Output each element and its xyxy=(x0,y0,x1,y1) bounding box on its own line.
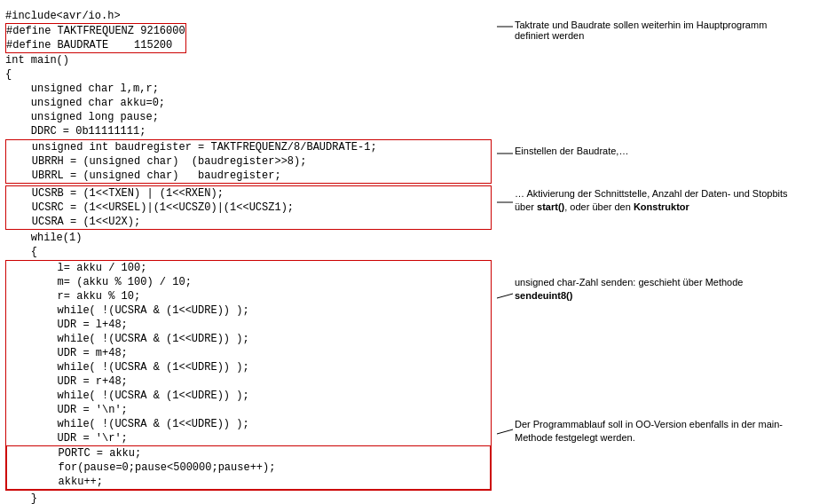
code-line-12: UBRRL = (unsigned char) baudregister; xyxy=(6,169,491,183)
annotation-1: Taktrate und Baudrate sollen weiterhin i… xyxy=(515,20,799,41)
code-line-21: while( !(UCSRA & (1<<UDRE)) ); xyxy=(6,303,491,318)
portc-block: PORTC = akku; for(pause=0;pause<500000;p… xyxy=(6,445,491,490)
code-line-24: UDR = m+48; xyxy=(6,346,491,360)
code-line-19: m= (akku % 100) / 10; xyxy=(6,275,491,289)
code-line-30: UDR = '\r'; xyxy=(6,431,491,445)
code-line-1: #include<avr/io.h> xyxy=(5,9,492,23)
code-line-15: UCSRA = (1<<U2X); xyxy=(6,215,491,229)
annotation-5: Der Programmablauf soll in OO-Version eb… xyxy=(515,418,816,445)
code-line-25: while( !(UCSRA & (1<<UDRE)) ); xyxy=(6,360,491,374)
svg-line-4 xyxy=(497,429,513,434)
code-line-22: UDR = l+48; xyxy=(6,318,491,332)
main-container: #include<avr/io.h> #define TAKTFREQUENZ … xyxy=(0,0,827,504)
annotation-5-text: Der Programmablauf soll in OO-Version eb… xyxy=(515,419,783,443)
while-block: l= akku / 100; m= (akku % 100) / 10; r= … xyxy=(5,260,492,491)
code-panel: #include<avr/io.h> #define TAKTFREQUENZ … xyxy=(0,5,497,504)
annotation-2-text: Einstellen der Baudrate,… xyxy=(515,146,628,156)
annotation-3: … Aktivierung der Schnittstelle, Anzahl … xyxy=(515,187,799,214)
code-line-32: for(pause=0;pause<500000;pause++); xyxy=(7,461,490,475)
code-line-8: unsigned long pause; xyxy=(5,110,492,124)
define-block: #define TAKTFREQUENZ 9216000 #define BAU… xyxy=(5,23,186,53)
code-line-3: #define BAUDRATE 115200 xyxy=(6,38,185,52)
code-line-18: l= akku / 100; xyxy=(6,261,491,275)
code-line-11: UBRRH = (unsigned char) (baudregister>>8… xyxy=(6,154,491,169)
ucs-block: UCSRB = (1<<TXEN) | (1<<RXEN); UCSRC = (… xyxy=(5,185,492,230)
annotations-panel: Taktrate und Baudrate sollen weiterhin i… xyxy=(497,5,827,504)
baud-block: unsigned int baudregister = TAKTFREQUENZ… xyxy=(5,139,492,184)
code-line-29: while( !(UCSRA & (1<<UDRE)) ); xyxy=(6,417,491,431)
code-line-2: #define TAKTFREQUENZ 9216000 xyxy=(6,24,185,38)
code-line-4: int main() xyxy=(5,53,492,67)
code-line-23: while( !(UCSRA & (1<<UDRE)) ); xyxy=(6,332,491,346)
code-line-6: unsigned char l,m,r; xyxy=(5,82,492,96)
annotation-4-text: unsigned char-Zahl senden: geschieht übe… xyxy=(515,277,743,301)
annotation-1-text: Taktrate und Baudrate sollen weiterhin i… xyxy=(515,20,767,41)
code-line-26: UDR = r+48; xyxy=(6,374,491,389)
annotation-4: unsigned char-Zahl senden: geschieht übe… xyxy=(515,276,799,303)
code-line-33: akku++; xyxy=(7,475,490,489)
code-line-27: while( !(UCSRA & (1<<UDRE)) ); xyxy=(6,389,491,403)
code-line-16: while(1) xyxy=(5,231,492,245)
code-line-10: unsigned int baudregister = TAKTFREQUENZ… xyxy=(6,140,491,154)
annotation-3-text: … Aktivierung der Schnittstelle, Anzahl … xyxy=(515,188,788,212)
annotation-2: Einstellen der Baudrate,… xyxy=(515,146,628,156)
code-line-20: r= akku % 10; xyxy=(6,289,491,303)
code-line-34: } xyxy=(5,492,492,504)
code-line-28: UDR = '\n'; xyxy=(6,403,491,417)
code-line-7: unsigned char akku=0; xyxy=(5,96,492,110)
code-line-9: DDRC = 0b11111111; xyxy=(5,124,492,138)
code-line-31: PORTC = akku; xyxy=(7,446,490,461)
code-line-13: UCSRB = (1<<TXEN) | (1<<RXEN); xyxy=(6,186,491,201)
code-line-5: { xyxy=(5,67,492,82)
svg-line-3 xyxy=(497,294,513,298)
code-line-17: { xyxy=(5,245,492,259)
code-line-14: UCSRC = (1<<URSEL)|(1<<UCSZ0)|(1<<UCSZ1)… xyxy=(6,201,491,215)
